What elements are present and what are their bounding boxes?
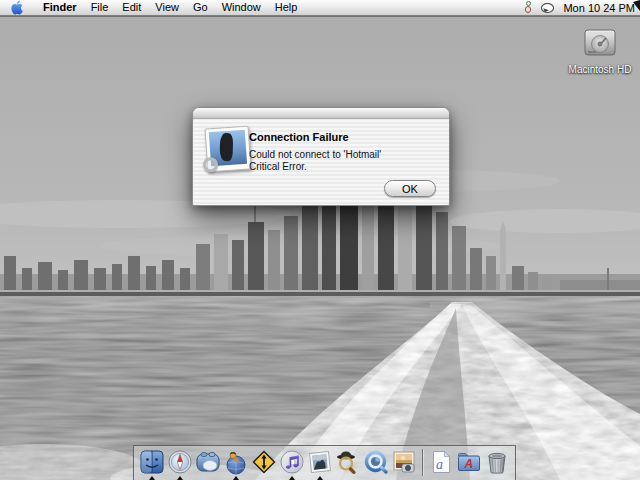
photo-loupe-app-icon	[205, 126, 252, 173]
figure-eight-icon[interactable]	[524, 1, 533, 14]
ok-button[interactable]: OK	[384, 180, 436, 197]
menu-bar: Finder File Edit View Go Window Help Mon…	[0, 0, 640, 16]
dialog-body: Connection Failure Could not connect to …	[193, 119, 449, 206]
macintosh-hd-label: Macintosh HD	[568, 64, 632, 75]
menu-file[interactable]: File	[91, 0, 109, 15]
cursor-fragment	[633, 0, 640, 11]
menu-bar-clock[interactable]: Mon 10 24 PM	[563, 2, 635, 14]
menu-window[interactable]: Window	[222, 0, 261, 15]
dialog-message: Could not connect to 'Hotmail' Critical …	[249, 149, 381, 173]
appleworks-document-icon[interactable]: a	[428, 449, 454, 476]
image-capture-icon[interactable]	[391, 449, 417, 476]
character-on-globe-icon[interactable]	[223, 449, 249, 476]
menu-view[interactable]: View	[155, 0, 179, 15]
finder-icon[interactable]	[139, 449, 165, 476]
apple-menu-icon[interactable]	[10, 0, 23, 15]
desktop-screen: Finder File Edit View Go Window Help Mon…	[0, 0, 640, 480]
wallpaper-photo	[0, 16, 640, 480]
dock: a A	[133, 445, 516, 480]
caution-sign-icon[interactable]	[251, 449, 277, 476]
menu-finder[interactable]: Finder	[43, 0, 77, 15]
compass-browser-icon[interactable]	[167, 449, 193, 476]
menu-edit[interactable]: Edit	[122, 0, 141, 15]
svg-text:a: a	[436, 457, 443, 472]
mail-icon[interactable]	[195, 449, 221, 476]
dialog-title-bar[interactable]	[193, 108, 449, 119]
trash-icon[interactable]	[484, 449, 510, 476]
dialog-title: Connection Failure	[249, 131, 349, 143]
speech-bubble-icon[interactable]	[541, 3, 554, 13]
svg-text:A: A	[464, 457, 474, 471]
connection-failure-dialog: Connection Failure Could not connect to …	[192, 107, 450, 206]
sherlock-icon[interactable]	[335, 449, 361, 476]
dock-divider	[422, 449, 423, 476]
menu-go[interactable]: Go	[193, 0, 208, 15]
itunes-icon[interactable]	[279, 449, 305, 476]
menu-help[interactable]: Help	[275, 0, 298, 15]
quicktime-icon[interactable]	[363, 449, 389, 476]
dialog-message-line1: Could not connect to 'Hotmail'	[249, 149, 381, 160]
photos-icon[interactable]	[307, 449, 333, 476]
dialog-message-line2: Critical Error.	[249, 161, 307, 172]
applications-folder-icon[interactable]: A	[456, 449, 482, 476]
hard-drive-icon	[582, 28, 618, 58]
macintosh-hd-icon[interactable]: Macintosh HD	[568, 28, 632, 75]
